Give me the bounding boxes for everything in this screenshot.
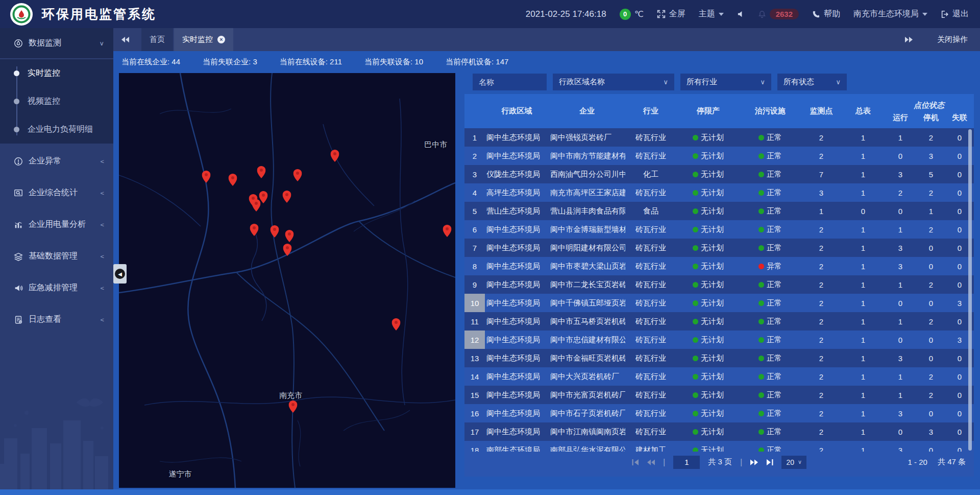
table-row[interactable]: 7阆中生态环境局阆中明阳建材有限公司砖瓦行业无计划正常21300 xyxy=(464,239,974,257)
table-row[interactable]: 8阆中生态环境局阆中市枣碧大梁山页岩砖瓦行业无计划异常21300 xyxy=(464,257,974,275)
cell-run: 1 xyxy=(884,128,917,147)
cell-points: 2 xyxy=(800,367,842,386)
close-operations-button[interactable]: 关闭操作 xyxy=(937,35,968,44)
table-row[interactable]: 4高坪生态环境局南充市高坪区王家店建砖瓦行业无计划正常31220 xyxy=(464,183,974,202)
table-row[interactable]: 5营山生态环境局营山县润丰肉食品有限食品无计划正常10010 xyxy=(464,202,974,220)
name-filter-input[interactable] xyxy=(473,74,547,90)
tab-close-icon[interactable]: × xyxy=(217,36,225,43)
sidebar-item[interactable]: 数据监测∨ xyxy=(0,28,113,59)
map-collapse-handle[interactable]: ◀ xyxy=(113,264,127,284)
table-scrollbar[interactable] xyxy=(968,129,972,451)
theme-menu[interactable]: 主题 xyxy=(699,9,724,19)
map-marker-pin[interactable] xyxy=(252,199,260,211)
cell-industry: 砖瓦行业 xyxy=(625,331,676,349)
map-marker-pin[interactable] xyxy=(282,191,291,203)
map-marker-pin[interactable] xyxy=(202,171,211,183)
row-num: 1 xyxy=(464,128,485,147)
industry-filter-select[interactable]: 所有行业 ∨ xyxy=(680,74,771,90)
sidebar-item[interactable]: 应急减排管理< xyxy=(0,274,113,302)
prev-page-button[interactable] xyxy=(647,459,655,465)
table-row[interactable]: 17阆中生态环境局阆中市江南镇阆南页岩砖瓦行业无计划正常21030 xyxy=(464,422,974,441)
cell-region: 阆中生态环境局 xyxy=(485,386,549,404)
cell-company: 阆中大兴页岩机砖厂 xyxy=(549,367,625,386)
status-dot xyxy=(693,172,698,177)
region-filter-select[interactable]: 行政区域名称 ∨ xyxy=(553,74,674,90)
fullscreen-button[interactable]: 全屏 xyxy=(657,9,685,19)
map-marker-pin[interactable] xyxy=(285,230,294,242)
cell-facility: 异常 xyxy=(740,257,800,275)
tab-item[interactable]: 首页 xyxy=(141,28,173,51)
map-marker-pin[interactable] xyxy=(283,244,292,256)
cell-industry: 砖瓦行业 xyxy=(625,404,676,422)
table-row[interactable]: 3仪陇生态环境局西南油气田分公司川中化工无计划正常71350 xyxy=(464,165,974,183)
map-marker-pin[interactable] xyxy=(443,225,451,237)
row-num: 5 xyxy=(464,202,485,220)
map-marker-pin[interactable] xyxy=(288,400,297,413)
cell-run: 0 xyxy=(884,331,917,349)
page-number-input[interactable] xyxy=(673,456,700,469)
table-row[interactable]: 11阆中生态环境局阆中市五马桥页岩机砖砖瓦行业无计划正常21120 xyxy=(464,312,974,331)
map-marker-pin[interactable] xyxy=(257,166,265,178)
cell-facility: 正常 xyxy=(740,183,800,202)
chevron-left-icon: < xyxy=(100,221,104,228)
cell-production: 无计划 xyxy=(676,331,740,349)
table-row[interactable]: 2阆中生态环境局阆中市南方节能建材有砖瓦行业无计划正常21030 xyxy=(464,147,974,165)
cell-meter: 1 xyxy=(842,239,884,257)
tabs-scroll-left-icon[interactable] xyxy=(116,28,134,51)
sidebar-item[interactable]: 日志查看< xyxy=(0,305,113,334)
sidebar-item[interactable]: 基础数据管理< xyxy=(0,242,113,270)
cell-company: 阆中明阳建材有限公司 xyxy=(549,239,625,257)
sidebar-subitem[interactable]: 视频监控 xyxy=(0,87,113,115)
tab-item[interactable]: 实时监控× xyxy=(174,28,233,51)
sidebar-subitem[interactable]: 实时监控 xyxy=(0,59,113,87)
sidebar-item[interactable]: 企业用电量分析< xyxy=(0,210,113,239)
first-page-button[interactable] xyxy=(632,459,639,465)
org-menu[interactable]: 南充市生态环境局 xyxy=(853,9,927,19)
table-body: 1阆中生态环境局阆中强锐页岩砖厂砖瓦行业无计划正常211202阆中生态环境局阆中… xyxy=(464,128,974,452)
cell-region: 阆中生态环境局 xyxy=(485,404,549,422)
map-marker-pin[interactable] xyxy=(392,318,401,331)
status-filter-select[interactable]: 所有状态 ∨ xyxy=(777,74,847,90)
help-button[interactable]: 帮助 xyxy=(812,9,840,19)
sidebar-item[interactable]: 企业综合统计< xyxy=(0,179,113,207)
status-dot xyxy=(758,153,764,159)
table-row[interactable]: 10阆中生态环境局阆中千佛镇五郎垭页岩砖瓦行业无计划正常21003 xyxy=(464,294,974,312)
temp-unit: ℃ xyxy=(634,9,644,19)
map-marker-pin[interactable] xyxy=(331,150,339,162)
col-production: 停限产 xyxy=(676,94,740,128)
status-dot xyxy=(758,392,764,398)
cell-run: 1 xyxy=(884,312,917,331)
map-panel[interactable]: 巴中市南充市遂宁市 xyxy=(119,73,455,488)
status-dot xyxy=(758,411,764,416)
table-row[interactable]: 9阆中生态环境局阆中市二龙长宝页岩砖砖瓦行业无计划正常21120 xyxy=(464,275,974,294)
table-row[interactable]: 1阆中生态环境局阆中强锐页岩砖厂砖瓦行业无计划正常21120 xyxy=(464,128,974,147)
table-row[interactable]: 16阆中生态环境局阆中市石子页岩机砖厂砖瓦行业无计划正常21300 xyxy=(464,404,974,422)
header-datetime: 2021-02-25 17:46:18 xyxy=(526,9,606,19)
sidebar-item[interactable]: 企业异常< xyxy=(0,147,113,175)
cell-company: 阆中千佛镇五郎垭页岩 xyxy=(549,294,625,312)
last-page-button[interactable] xyxy=(766,459,773,465)
status-dot xyxy=(693,337,698,343)
sidebar-subitem[interactable]: 企业电力负荷明细 xyxy=(0,115,113,144)
cell-meter: 1 xyxy=(842,128,884,147)
voice-button[interactable] xyxy=(737,10,745,18)
map-marker-pin[interactable] xyxy=(228,174,237,186)
cell-company: 阆中市江南镇阆南页岩 xyxy=(549,422,625,441)
cell-stop: 0 xyxy=(917,257,945,275)
table-row[interactable]: 14阆中生态环境局阆中大兴页岩机砖厂砖瓦行业无计划正常21120 xyxy=(464,367,974,386)
cell-production: 无计划 xyxy=(676,128,740,147)
table-row[interactable]: 18南部生态环境局南部县弘华水泥有限公建材加工无计划正常21300 xyxy=(464,441,974,452)
map-marker-pin[interactable] xyxy=(250,224,258,236)
tabs-scroll-right-icon[interactable] xyxy=(900,36,918,43)
notifications-widget[interactable]: 2632 xyxy=(758,9,799,19)
table-row[interactable]: 6阆中生态环境局阆中市金博瑞新型墙材砖瓦行业无计划正常21120 xyxy=(464,220,974,239)
table-row[interactable]: 15阆中生态环境局阆中市光富页岩机砖厂砖瓦行业无计划正常21120 xyxy=(464,386,974,404)
page-size-select[interactable]: 20 ∨ xyxy=(781,456,806,469)
map-marker-pin[interactable] xyxy=(293,169,302,181)
table-row[interactable]: 13阆中生态环境局阆中市金福旺页岩机砖砖瓦行业无计划正常21300 xyxy=(464,349,974,367)
map-marker-pin[interactable] xyxy=(271,225,279,238)
next-page-button[interactable] xyxy=(750,459,758,465)
logout-button[interactable]: 退出 xyxy=(941,9,969,19)
table-row[interactable]: 12阆中生态环境局阆中市忠信建材有限公砖瓦行业无计划正常21003 xyxy=(464,331,974,349)
cell-industry: 砖瓦行业 xyxy=(625,386,676,404)
